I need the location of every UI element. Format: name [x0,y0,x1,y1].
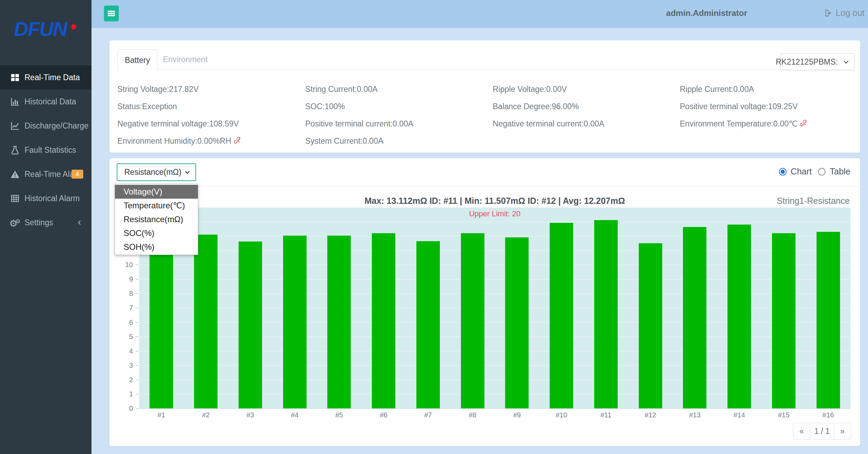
field-soc: SOC:100% [305,98,345,115]
field-text: Positive terminal current:0.00A [305,119,413,129]
x-tick-label: #2 [184,411,228,419]
logo-dot-icon [71,24,76,29]
y-tick-mark [136,265,138,265]
metric-select[interactable]: Resistance(mΩ) [117,163,196,181]
chart-stats-line: Max: 13.112mΩ ID: #11 | Min: 11.507mΩ ID… [139,196,850,206]
dropdown-option-soh[interactable]: SOH(%) [115,240,198,254]
x-tick-label: #10 [539,411,584,419]
y-tick-label: 3 [112,361,133,369]
chevron-down-icon [184,169,191,176]
sidebar-item-real-time-data[interactable]: Real-Time Data [0,65,91,89]
y-tick-label: 8 [112,290,133,297]
y-tick-label: 6 [112,319,133,326]
x-tick-label: #13 [673,411,717,419]
sidebar-item-historical-alarm[interactable]: Historical Alarm [0,186,91,210]
field-negative-terminal-voltage: Negative terminal voltage:108.59V [117,115,239,132]
bar-10 [550,223,573,408]
bar-13 [683,227,706,408]
x-tick-label: #3 [228,411,273,419]
battery-summary-card: Battery Environment RK212125PBMS: String… [109,40,860,153]
y-tick-label: 1 [112,390,133,398]
dropdown-option-resistance-m[interactable]: Resistance(mΩ) [115,212,198,226]
chevron-down-icon [843,59,849,65]
field-text: SOC:100% [305,102,345,111]
bar-chart-plot: Upper Limit: 20 [139,207,850,409]
pagination: « 1 / 1 » [793,423,851,440]
sidebar-item-real-time-alarm[interactable]: Real-Time Alarm4 [0,162,91,186]
x-tick-label: #1 [139,411,184,419]
chart-title: String1-Resistance [777,196,850,206]
device-select[interactable]: RK212125PBMS: [780,53,855,70]
field-environment-humidity: Environment Humidity:0.00%RH [117,132,242,150]
x-tick-label: #11 [584,411,628,419]
broken-link-icon [800,120,808,127]
telemetry-fields: String Voltage:217.82VString Current:0.0… [109,81,860,150]
bar-4 [283,236,307,408]
sidebar-item-discharge-charge[interactable]: Discharge/Charge [0,114,91,138]
sign-out-icon [824,9,833,18]
field-text: Positive terminal voltage:109.25V [680,102,798,111]
y-tick-mark [136,380,138,380]
y-tick-label: 9 [112,275,133,283]
field-text: Negative terminal current:0.00A [493,119,604,129]
bms-dashboard: DFUN Real-Time DataHistorical DataDischa… [0,0,868,454]
page-indicator: 1 / 1 [810,423,834,440]
sidebar-item-label: Historical Alarm [25,194,80,203]
sidebar-nav: Real-Time DataHistorical DataDischarge/C… [0,65,91,235]
chart-radio[interactable] [779,168,787,176]
chart-radio-label: Chart [791,167,812,177]
y-tick-mark [136,322,138,323]
dfun-logo: DFUN [0,0,91,41]
y-tick-label: 4 [112,347,133,355]
sidebar-item-historical-data[interactable]: Historical Data [0,89,91,114]
field-status: Status:Exception [117,98,177,115]
sidebar-item-fault-statistics[interactable]: Fault Statistics [0,138,91,162]
field-environment-temperature: Environment Temperature:0.00℃ [680,115,808,132]
dropdown-option-soc[interactable]: SOC(%) [115,226,198,240]
dropdown-option-voltage-v[interactable]: Voltage(V) [115,185,198,199]
bar-9 [505,237,529,408]
tab-row: Battery Environment RK212125PBMS: [109,40,860,70]
sidebar-item-label: Real-Time Data [25,73,80,82]
dropdown-option-temperature[interactable]: Temperature(℃) [115,199,198,212]
chart-toolbar: Resistance(mΩ) Chart Table [109,158,860,187]
field-text: Negative terminal voltage:108.59V [117,119,239,129]
grid-icon [10,73,20,82]
logout-label: Log out [836,8,865,18]
field-text: Ripple Current:0.00A [680,85,754,94]
gridline [139,207,850,208]
field-positive-terminal-voltage: Positive terminal voltage:109.25V [680,98,798,115]
device-select-value: RK212125PBMS: [776,57,838,67]
next-page-button[interactable]: » [834,423,851,440]
field-text: Status:Exception [117,102,177,111]
tab-environment[interactable]: Environment [157,49,214,70]
menu-toggle-button[interactable] [104,6,119,21]
metric-select-value: Resistance(mΩ) [124,168,181,177]
y-tick-mark [136,308,138,308]
y-tick-mark [136,394,138,394]
x-axis: #1#2#3#4#5#6#7#8#9#10#11#12#13#14#15#16 [139,411,850,422]
bar-3 [239,242,262,408]
field-text: System Current:0.00A [305,136,383,146]
logo-text: DFUN [14,17,67,40]
x-tick-label: #14 [717,411,762,419]
y-tick-mark [136,351,138,351]
y-tick-label: 0 [112,405,133,412]
logout-button[interactable]: Log out [822,8,867,18]
warning-icon [10,170,20,179]
tab-battery[interactable]: Battery [117,49,157,70]
x-tick-label: #4 [272,411,317,419]
bar-12 [639,243,662,408]
field-text: Ripple Voltage:0.00V [493,85,567,94]
y-tick-mark [136,279,138,280]
y-tick-label: 10 [112,261,133,268]
x-tick-label: #12 [628,411,673,419]
gears-icon: ⚙⚙ [10,217,20,228]
prev-page-button[interactable]: « [793,423,810,440]
field-negative-terminal-current: Negative terminal current:0.00A [493,115,604,132]
bar-8 [461,233,484,408]
field-text: Balance Degree:96.00% [493,102,579,111]
x-tick-label: #15 [762,411,806,419]
table-radio[interactable] [818,168,826,176]
sidebar-item-settings[interactable]: ⚙⚙Settings‹ [0,210,91,235]
